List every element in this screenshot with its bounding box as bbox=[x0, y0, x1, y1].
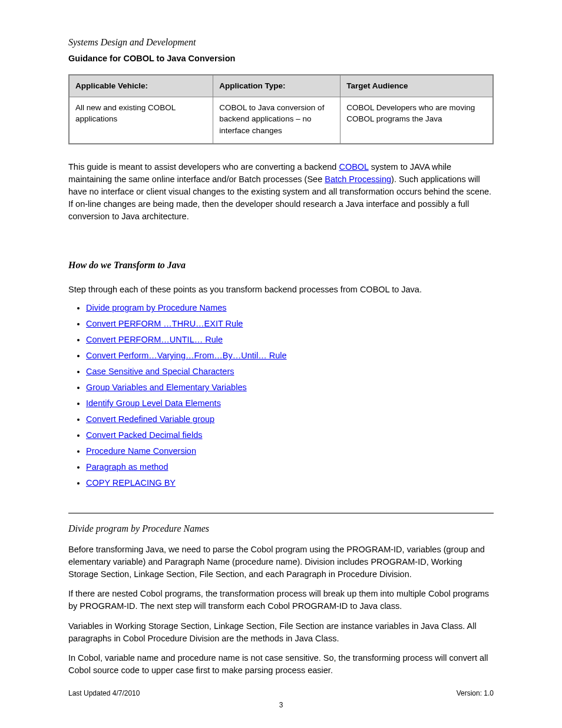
td-audience: COBOL Developers who are moving COBOL pr… bbox=[340, 97, 493, 144]
step-link[interactable]: Group Variables and Elementary Variables bbox=[86, 383, 247, 392]
th-apptype: Application Type: bbox=[213, 75, 340, 97]
step-link[interactable]: Convert PERFORM …THRU…EXIT Rule bbox=[86, 319, 243, 328]
step-link[interactable]: COPY REPLACING BY bbox=[86, 478, 176, 487]
intro-paragraph: This guide is meant to assist developers… bbox=[68, 161, 494, 223]
list-item: Identify Group Level Data Elements bbox=[86, 397, 494, 410]
th-audience: Target Audience bbox=[340, 75, 493, 97]
footer: Last Updated 4/7/2010 Version: 1.0 bbox=[68, 689, 494, 699]
list-item: Convert PERFORM…UNTIL… Rule bbox=[86, 334, 494, 346]
body-paragraph: If there are nested Cobol programs, the … bbox=[68, 588, 494, 612]
list-item: Convert PERFORM …THRU…EXIT Rule bbox=[86, 318, 494, 330]
step-link[interactable]: Paragraph as method bbox=[86, 462, 168, 472]
link-batch-processing[interactable]: Batch Processing bbox=[325, 174, 391, 184]
info-table: Applicable Vehicle: Application Type: Ta… bbox=[68, 74, 494, 144]
th-vehicle: Applicable Vehicle: bbox=[69, 75, 213, 97]
heading-transform: How do we Transform to Java bbox=[68, 258, 494, 272]
body-paragraph: In Cobol, variable name and procedure na… bbox=[68, 652, 494, 677]
steps-list: Divide program by Procedure Names Conver… bbox=[86, 302, 494, 489]
list-item: Convert Perform…Varying…From…By…Until… R… bbox=[86, 350, 494, 362]
page-title: Systems Design and Development bbox=[68, 35, 494, 49]
td-apptype: COBOL to Java conversion of backend appl… bbox=[213, 97, 340, 144]
list-item: Convert Redefined Variable group bbox=[86, 413, 494, 426]
td-vehicle: All new and existing COBOL applications bbox=[69, 97, 213, 144]
page-subtitle: Guidance for COBOL to Java Conversion bbox=[68, 52, 494, 65]
step-link[interactable]: Identify Group Level Data Elements bbox=[86, 398, 221, 408]
section-divider bbox=[68, 513, 494, 513]
step-link[interactable]: Procedure Name Conversion bbox=[86, 446, 196, 456]
list-item: Paragraph as method bbox=[86, 461, 494, 473]
table-header-row: Applicable Vehicle: Application Type: Ta… bbox=[69, 75, 493, 97]
step-link[interactable]: Case Sensitive and Special Characters bbox=[86, 367, 234, 376]
list-item: Procedure Name Conversion bbox=[86, 445, 494, 457]
step-link[interactable]: Convert PERFORM…UNTIL… Rule bbox=[86, 335, 223, 344]
list-item: Group Variables and Elementary Variables bbox=[86, 381, 494, 394]
list-item: Divide program by Procedure Names bbox=[86, 302, 494, 314]
body-paragraph: Before transforming Java, we need to par… bbox=[68, 543, 494, 581]
body-paragraph: Variables in Working Storage Section, Li… bbox=[68, 620, 494, 645]
step-link[interactable]: Convert Perform…Varying…From…By…Until… R… bbox=[86, 351, 287, 360]
step-link[interactable]: Convert Redefined Variable group bbox=[86, 414, 214, 424]
list-item: Convert Packed Decimal fields bbox=[86, 429, 494, 442]
list-item: Case Sensitive and Special Characters bbox=[86, 365, 494, 378]
page-number: 3 bbox=[0, 700, 562, 710]
list-item: COPY REPLACING BY bbox=[86, 477, 494, 489]
link-cobol[interactable]: COBOL bbox=[339, 162, 368, 172]
footer-last-updated: Last Updated 4/7/2010 bbox=[68, 689, 140, 699]
table-row: All new and existing COBOL applications … bbox=[69, 97, 493, 144]
footer-version: Version: 1.0 bbox=[457, 689, 494, 699]
section-heading-divide: Divide program by Procedure Names bbox=[68, 522, 494, 535]
steps-intro: Step through each of these points as you… bbox=[68, 284, 494, 296]
intro-text: This guide is meant to assist developers… bbox=[68, 162, 339, 172]
step-link[interactable]: Convert Packed Decimal fields bbox=[86, 430, 202, 440]
step-link[interactable]: Divide program by Procedure Names bbox=[86, 303, 227, 312]
